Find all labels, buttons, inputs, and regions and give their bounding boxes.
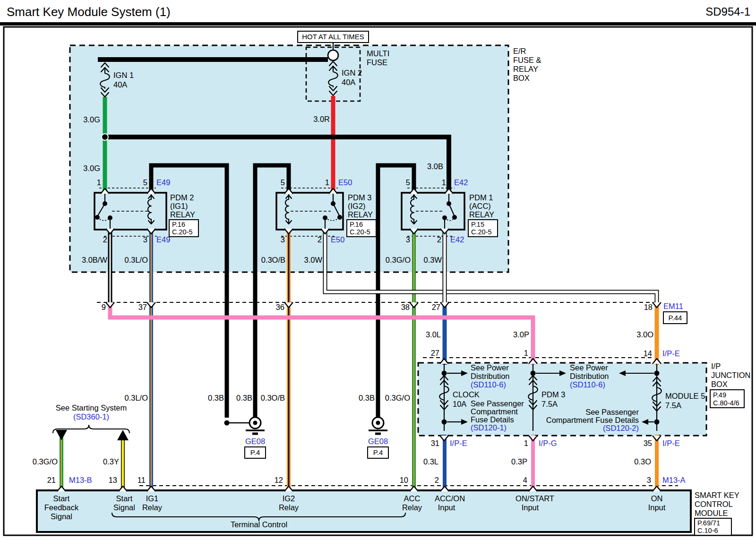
svg-text:3.0W: 3.0W: [304, 256, 322, 264]
svg-text:3: 3: [143, 235, 147, 244]
svg-text:(SD120-2): (SD120-2): [603, 424, 639, 432]
svg-text:0.3Y: 0.3Y: [103, 457, 119, 466]
connector-ipg: I/P-G: [539, 439, 557, 447]
svg-text:Compartment: Compartment: [471, 407, 518, 416]
starting-system-ref: See Starting System (SD360-1) 0.3G/O 0.3…: [33, 403, 129, 466]
svg-text:35: 35: [644, 439, 652, 447]
svg-text:See Power: See Power: [471, 363, 509, 372]
svg-text:P.16: P.16: [350, 221, 363, 228]
svg-text:27: 27: [431, 349, 439, 357]
connector-e42: E42: [454, 178, 468, 187]
svg-text:11: 11: [137, 476, 146, 484]
svg-text:Start: Start: [53, 494, 70, 503]
svg-text:5: 5: [406, 178, 410, 187]
svg-text:Distribution: Distribution: [570, 372, 609, 380]
svg-text:0.3B: 0.3B: [208, 394, 224, 402]
svg-text:ACC/ON: ACC/ON: [435, 494, 465, 503]
svg-text:Relay: Relay: [402, 503, 422, 512]
relay-pdm3-name: PDM 3: [348, 193, 371, 202]
svg-text:(IG2): (IG2): [348, 202, 366, 210]
svg-text:0.3L: 0.3L: [423, 457, 438, 466]
svg-text:ON: ON: [651, 494, 663, 503]
svg-text:37: 37: [138, 303, 147, 311]
title-separator: [0, 22, 756, 26]
svg-text:Input: Input: [438, 503, 455, 512]
svg-text:Signal: Signal: [113, 503, 135, 512]
offpage-arrow-up-icon: [117, 430, 129, 440]
svg-text:IG1: IG1: [146, 494, 159, 503]
svg-text:0.3B: 0.3B: [359, 394, 375, 402]
svg-text:3.0G: 3.0G: [83, 164, 100, 172]
connector-e50: E50: [338, 178, 352, 187]
svg-text:3: 3: [406, 235, 410, 244]
svg-text:Relay: Relay: [142, 503, 163, 512]
svg-text:Signal: Signal: [51, 512, 72, 521]
svg-text:21: 21: [47, 476, 56, 484]
svg-text:1: 1: [524, 439, 528, 447]
svg-text:0.3O/B: 0.3O/B: [261, 256, 285, 264]
svg-text:E50: E50: [331, 235, 344, 244]
svg-text:Distribution: Distribution: [471, 372, 510, 380]
em11-connector: 9 37 36 38 27 18 EM11 P.44: [102, 302, 687, 324]
svg-text:0.3O: 0.3O: [634, 457, 651, 466]
svg-text:Feedback: Feedback: [44, 503, 79, 512]
svg-text:Relay: Relay: [279, 503, 299, 512]
svg-text:36: 36: [276, 303, 284, 311]
svg-text:P.4: P.4: [250, 448, 260, 456]
terminal-control-label: Terminal Control: [231, 520, 287, 529]
svg-text:RELAY: RELAY: [513, 65, 538, 73]
svg-text:1: 1: [97, 178, 101, 187]
svg-text:5: 5: [281, 178, 285, 187]
fuse-pdm3-name: PDM 3: [541, 390, 565, 399]
svg-text:E42: E42: [450, 235, 464, 244]
svg-text:BOX: BOX: [711, 380, 728, 388]
svg-text:2: 2: [435, 476, 439, 484]
svg-text:(SD110-6): (SD110-6): [570, 380, 605, 389]
svg-text:ON/START: ON/START: [515, 494, 554, 503]
svg-text:C.20-5: C.20-5: [471, 228, 492, 236]
title-bar: Smart Key Module System (1) SD954-1: [0, 5, 756, 26]
svg-text:ACC: ACC: [404, 494, 421, 503]
svg-text:2: 2: [437, 235, 441, 244]
svg-text:3: 3: [281, 235, 285, 244]
wiring-diagram-page: Smart Key Module System (1) SD954-1 E/R …: [0, 0, 756, 540]
svg-text:0.3G/O: 0.3G/O: [385, 394, 410, 402]
svg-text:C.20-5: C.20-5: [172, 228, 193, 236]
connector-em11: EM11: [663, 302, 683, 310]
svg-text:38: 38: [401, 303, 410, 311]
fuse-module5-name: MODULE 5: [665, 392, 705, 400]
page-code: SD954-1: [705, 5, 750, 18]
svg-text:Input: Input: [648, 503, 666, 512]
svg-text:P.69/71: P.69/71: [697, 519, 720, 527]
svg-text:RELAY: RELAY: [469, 210, 494, 219]
schematic-canvas: Smart Key Module System (1) SD954-1 E/R …: [0, 0, 756, 540]
svg-text:E49: E49: [156, 235, 170, 244]
svg-text:C.10-6: C.10-6: [697, 527, 718, 534]
svg-text:7.5A: 7.5A: [665, 401, 681, 410]
svg-text:(IG1): (IG1): [170, 202, 188, 210]
svg-text:1: 1: [442, 178, 446, 187]
svg-text:2: 2: [103, 235, 107, 244]
svg-text:10A: 10A: [453, 400, 466, 408]
svg-text:C.80-4/6: C.80-4/6: [713, 399, 739, 407]
svg-text:0.3L/O: 0.3L/O: [124, 394, 148, 402]
svg-text:12: 12: [275, 476, 283, 484]
svg-text:FUSE &: FUSE &: [513, 56, 541, 64]
svg-text:IG2: IG2: [283, 494, 295, 503]
wire-label: 3.0G: [83, 115, 100, 124]
svg-text:14: 14: [644, 349, 652, 358]
offpage-arrow-down-icon: [56, 430, 67, 440]
svg-text:P.15: P.15: [471, 221, 484, 228]
svg-text:3.0R: 3.0R: [313, 115, 330, 123]
svg-text:JUNCTION: JUNCTION: [711, 371, 750, 379]
svg-text:Fuse Details: Fuse Details: [471, 415, 514, 424]
svg-text:I/P-E: I/P-E: [450, 439, 467, 447]
svg-text:3.0L: 3.0L: [426, 330, 441, 339]
connector-e49: E49: [156, 178, 170, 187]
relay-pdm2-name: PDM 2: [170, 193, 194, 202]
svg-text:1: 1: [524, 349, 528, 357]
wire-label: 3.0B/W: [82, 256, 108, 264]
multi-fuse-terminal: [328, 50, 338, 60]
svg-text:10: 10: [400, 476, 408, 484]
svg-text:5: 5: [143, 178, 147, 187]
